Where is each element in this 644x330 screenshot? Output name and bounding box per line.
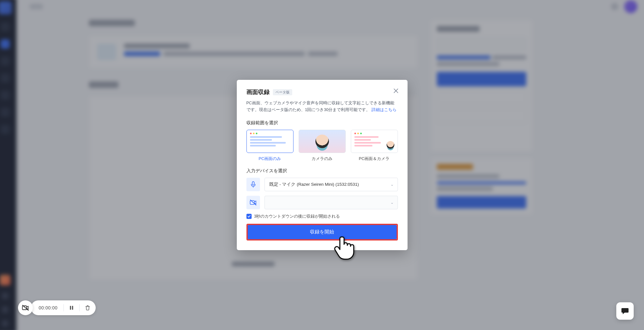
close-button[interactable]: [392, 87, 400, 95]
recorder-pill: 00:00:00: [18, 300, 96, 315]
mic-select-value: 既定 - マイク (Razer Seiren Mini) (1532:0531): [269, 182, 359, 187]
start-recording-button[interactable]: 収録を開始: [248, 225, 397, 239]
trash-icon: [85, 305, 90, 310]
camera-off-icon: [250, 200, 257, 205]
separator: [63, 304, 64, 311]
pause-icon: [70, 306, 73, 310]
device-section-label: 入力デバイスを選択: [246, 168, 398, 174]
countdown-checkbox[interactable]: [246, 214, 252, 219]
close-icon: [394, 89, 398, 93]
svg-rect-2: [23, 306, 27, 310]
screen-record-modal: 画面収録 ベータ版 PC画面、ウェブカメラやマイク音声を同時に収録して文字起こし…: [237, 80, 408, 250]
modal-overlay[interactable]: 画面収録 ベータ版 PC画面、ウェブカメラやマイク音声を同時に収録して文字起こし…: [0, 0, 644, 330]
svg-rect-1: [250, 201, 254, 204]
start-button-highlight: 収録を開始: [246, 224, 398, 240]
mode-row: PC画面のみ カメラのみ PC画面＆カメラ: [246, 130, 398, 162]
svg-rect-3: [70, 306, 71, 310]
camera-off-icon: [22, 305, 29, 311]
chevron-down-icon: ⌄: [390, 182, 394, 187]
camera-face-icon: [387, 141, 394, 149]
svg-rect-0: [252, 182, 254, 185]
countdown-label: 3秒のカウントダウンの後に収録が開始される: [254, 214, 340, 219]
modal-title: 画面収録: [246, 88, 270, 96]
mode-caption: PC画面＆カメラ: [359, 156, 389, 162]
modal-description: PC画面、ウェブカメラやマイク音声を同時に収録して文字起こしできる新機能です。現…: [246, 100, 398, 114]
mode-caption: PC画面のみ: [259, 156, 281, 162]
camera-select[interactable]: ⌄: [264, 196, 398, 209]
mic-toggle[interactable]: [246, 178, 260, 191]
chat-icon: [621, 307, 629, 315]
mode-caption: カメラのみ: [312, 156, 332, 162]
camera-toggle[interactable]: [246, 196, 260, 209]
recorder-delete-button[interactable]: [85, 305, 90, 310]
check-icon: [247, 215, 251, 218]
beta-badge: ベータ版: [273, 89, 292, 95]
recorder-camera-toggle[interactable]: [18, 300, 33, 315]
camera-face-icon: [315, 135, 329, 148]
mic-select[interactable]: 既定 - マイク (Razer Seiren Mini) (1532:0531)…: [264, 178, 398, 191]
chevron-down-icon: ⌄: [390, 200, 394, 205]
details-link[interactable]: 詳細はこちら: [371, 108, 397, 112]
mode-pc-and-camera[interactable]: PC画面＆カメラ: [351, 130, 398, 162]
chat-fab[interactable]: [616, 302, 634, 320]
microphone-icon: [250, 181, 256, 188]
recorder-pause-button[interactable]: [70, 306, 73, 310]
mode-thumb-camera: [299, 130, 346, 153]
mode-thumb-pc: [246, 130, 293, 153]
mode-camera-only[interactable]: カメラのみ: [299, 130, 346, 162]
mode-thumb-both: [351, 130, 398, 153]
separator: [79, 304, 80, 311]
svg-rect-4: [72, 306, 73, 310]
range-section-label: 収録範囲を選択: [246, 120, 398, 126]
mode-pc-only[interactable]: PC画面のみ: [246, 130, 293, 162]
recorder-time: 00:00:00: [39, 305, 58, 310]
